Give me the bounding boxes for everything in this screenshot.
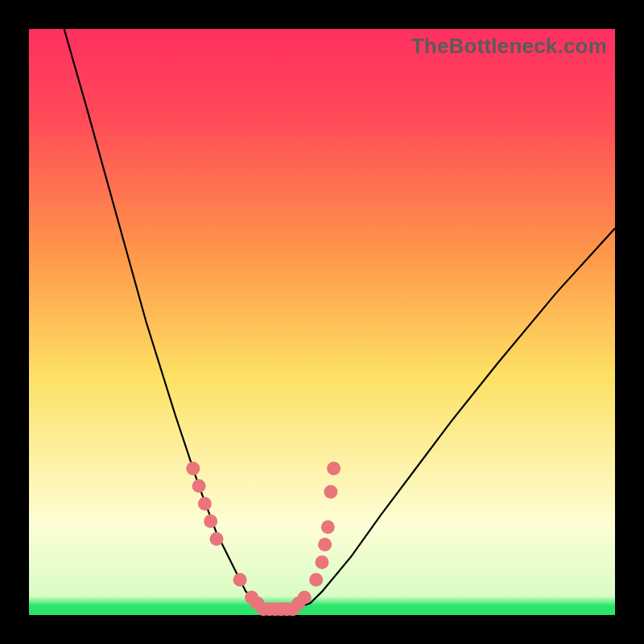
sample-dot	[192, 479, 206, 493]
sample-dot	[318, 538, 332, 551]
sample-dot	[198, 497, 212, 510]
sample-dot	[233, 573, 247, 587]
sample-dot	[324, 485, 337, 499]
sample-dot	[210, 532, 224, 546]
sample-dot	[321, 520, 335, 534]
plot-area: TheBottleneck.com	[29, 29, 615, 615]
sample-dot	[309, 573, 323, 587]
sample-dot	[316, 555, 329, 569]
bottleneck-curve	[64, 29, 615, 609]
sample-dot	[327, 462, 341, 476]
sample-dot	[204, 514, 217, 528]
sample-dot	[298, 591, 312, 605]
chart-svg	[29, 29, 615, 615]
sample-dots-group	[186, 462, 341, 617]
chart-frame: TheBottleneck.com	[0, 0, 644, 644]
sample-dot	[186, 462, 200, 476]
